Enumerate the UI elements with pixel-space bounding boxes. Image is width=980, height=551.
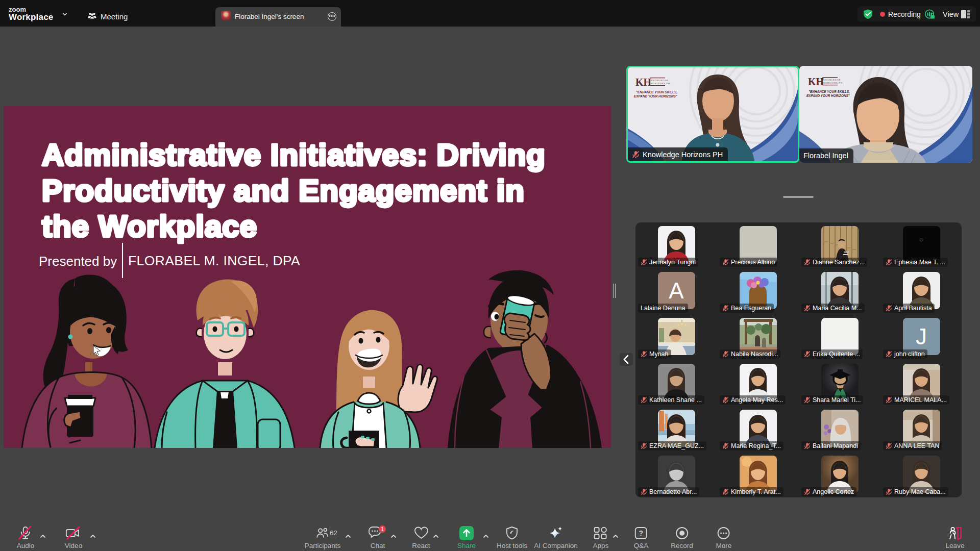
svg-text:"ENHANCE YOUR SKILLS,: "ENHANCE YOUR SKILLS, bbox=[808, 90, 850, 94]
svg-text:J: J bbox=[916, 324, 927, 349]
svg-text:A: A bbox=[669, 278, 684, 303]
svg-text:?: ? bbox=[639, 529, 644, 537]
svg-text:1: 1 bbox=[381, 526, 384, 532]
svg-text:Administrative Initiatives: Dr: Administrative Initiatives: Driving bbox=[42, 138, 545, 172]
svg-text:EXPAND YOUR HORIZONS": EXPAND YOUR HORIZONS" bbox=[806, 94, 850, 97]
svg-text:KH: KH bbox=[635, 77, 652, 88]
svg-text:"ENHANCE YOUR SKILLS,: "ENHANCE YOUR SKILLS, bbox=[636, 90, 677, 94]
svg-text:KH: KH bbox=[808, 76, 824, 87]
svg-text:HORIZONS PH: HORIZONS PH bbox=[823, 82, 843, 84]
svg-text:the Workplace: the Workplace bbox=[42, 209, 257, 243]
svg-text:KNOWLEDGE: KNOWLEDGE bbox=[651, 79, 668, 82]
svg-text:Productivity and Engagement in: Productivity and Engagement in bbox=[42, 173, 524, 208]
svg-text:EXPAND YOUR HORIZONS": EXPAND YOUR HORIZONS" bbox=[634, 94, 678, 98]
svg-text:KNOWLEDGE: KNOWLEDGE bbox=[823, 79, 841, 81]
svg-text:HORIZONS PH: HORIZONS PH bbox=[651, 82, 670, 85]
svg-text:♡: ♡ bbox=[919, 238, 923, 243]
